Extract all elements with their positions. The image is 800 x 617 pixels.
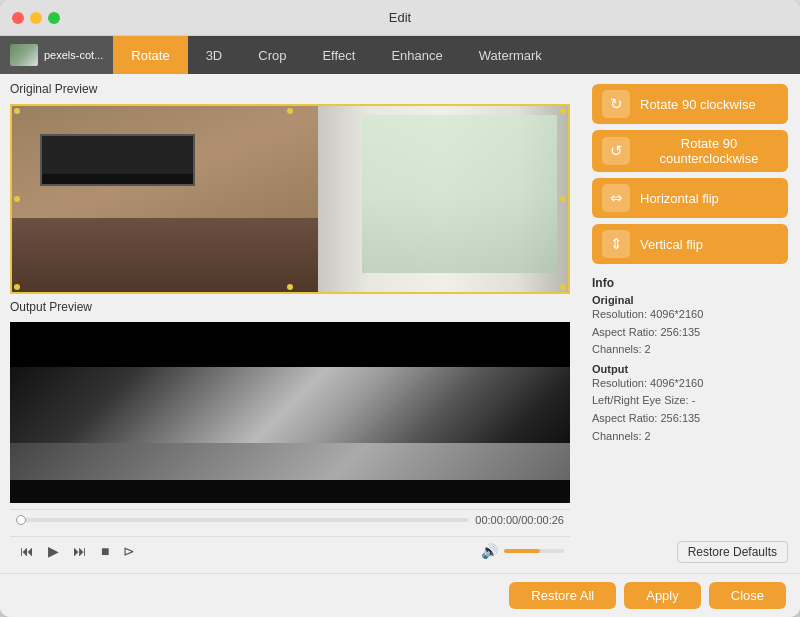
info-output-channels: Channels: 2	[592, 428, 788, 446]
volume-fill	[504, 549, 540, 553]
mid-handle-l[interactable]	[14, 196, 20, 202]
info-output-eye-size: Left/Right Eye Size: -	[592, 392, 788, 410]
flip-v-button[interactable]: ⇕ Vertical flip	[592, 224, 788, 264]
output-preview-label: Output Preview	[10, 300, 570, 314]
mid-handle-t[interactable]	[287, 108, 293, 114]
tab-crop[interactable]: Crop	[240, 36, 304, 74]
info-original-channels: Channels: 2	[592, 341, 788, 359]
bottom-bar: Restore All Apply Close	[0, 573, 800, 617]
controls-row: ⏮ ▶ ⏭ ■ ⊳ 🔊	[10, 536, 570, 565]
info-output-resolution: Resolution: 4096*2160	[592, 375, 788, 393]
rotate-cw-button[interactable]: ↻ Rotate 90 clockwise	[592, 84, 788, 124]
tabs-row: pexels-cot... Rotate 3D Crop Effect Enha…	[0, 36, 800, 74]
actions-section: ↻ Rotate 90 clockwise ↺ Rotate 90 counte…	[592, 84, 788, 264]
tab-effect[interactable]: Effect	[304, 36, 373, 74]
info-section: Info Original Resolution: 4096*2160 Aspe…	[592, 276, 788, 541]
minimize-traffic-light[interactable]	[30, 12, 42, 24]
corner-handle-tr[interactable]	[560, 108, 566, 114]
maximize-traffic-light[interactable]	[48, 12, 60, 24]
rotate-ccw-label: Rotate 90 counterclockwise	[640, 136, 778, 166]
right-lower: Info Original Resolution: 4096*2160 Aspe…	[592, 272, 788, 563]
flip-h-icon: ⇔	[602, 184, 630, 212]
rotate-cw-icon: ↻	[602, 90, 630, 118]
restore-all-button[interactable]: Restore All	[509, 582, 616, 609]
output-preview	[10, 322, 570, 503]
progress-bar-row: 00:00:00/00:00:26	[10, 509, 570, 530]
tab-rotate[interactable]: Rotate	[113, 36, 187, 74]
info-original-resolution: Resolution: 4096*2160	[592, 306, 788, 324]
frame-next-button[interactable]: ⊳	[119, 541, 139, 561]
right-panel: ↻ Rotate 90 clockwise ↺ Rotate 90 counte…	[580, 74, 800, 573]
info-output-aspect: Aspect Ratio: 256:135	[592, 410, 788, 428]
time-display: 00:00:00/00:00:26	[475, 514, 564, 526]
corner-handle-bl[interactable]	[14, 284, 20, 290]
skip-back-button[interactable]: ⏮	[16, 541, 38, 561]
rotate-cw-label: Rotate 90 clockwise	[640, 97, 756, 112]
traffic-lights	[12, 12, 60, 24]
window-title: Edit	[389, 10, 411, 25]
titlebar: Edit	[0, 0, 800, 36]
tab-3d[interactable]: 3D	[188, 36, 241, 74]
volume-icon: 🔊	[481, 543, 498, 559]
tab-watermark[interactable]: Watermark	[461, 36, 560, 74]
flip-h-label: Horizontal flip	[640, 191, 719, 206]
apply-button[interactable]: Apply	[624, 582, 701, 609]
stop-button[interactable]: ■	[97, 541, 113, 561]
close-button[interactable]: Close	[709, 582, 786, 609]
content-area: Original Preview	[0, 74, 800, 573]
progress-thumb[interactable]	[16, 515, 26, 525]
flip-v-label: Vertical flip	[640, 237, 703, 252]
restore-defaults-container: Restore Defaults	[677, 541, 788, 563]
file-name: pexels-cot...	[44, 49, 103, 61]
original-preview-label: Original Preview	[10, 82, 570, 96]
original-preview-image	[12, 106, 568, 292]
original-preview	[10, 104, 570, 294]
progress-track[interactable]	[16, 518, 469, 522]
corner-handle-br[interactable]	[560, 284, 566, 290]
rotate-ccw-button[interactable]: ↺ Rotate 90 counterclockwise	[592, 130, 788, 172]
rotate-ccw-icon: ↺	[602, 137, 630, 165]
mid-handle-r[interactable]	[560, 196, 566, 202]
file-tab[interactable]: pexels-cot...	[0, 36, 113, 74]
flip-v-icon: ⇕	[602, 230, 630, 258]
corner-handle-tl[interactable]	[14, 108, 20, 114]
play-button[interactable]: ▶	[44, 541, 63, 561]
info-output-label: Output	[592, 363, 788, 375]
flip-h-button[interactable]: ⇔ Horizontal flip	[592, 178, 788, 218]
main-window: Edit pexels-cot... Rotate 3D Crop Effect…	[0, 0, 800, 617]
skip-forward-button[interactable]: ⏭	[69, 541, 91, 561]
volume-slider[interactable]	[504, 549, 564, 553]
info-original-label: Original	[592, 294, 788, 306]
file-thumbnail	[10, 44, 38, 66]
info-header: Info	[592, 276, 788, 290]
info-original-aspect: Aspect Ratio: 256:135	[592, 324, 788, 342]
close-traffic-light[interactable]	[12, 12, 24, 24]
tab-enhance[interactable]: Enhance	[373, 36, 460, 74]
mid-handle-b[interactable]	[287, 284, 293, 290]
restore-defaults-button[interactable]: Restore Defaults	[677, 541, 788, 563]
left-panel: Original Preview	[0, 74, 580, 573]
